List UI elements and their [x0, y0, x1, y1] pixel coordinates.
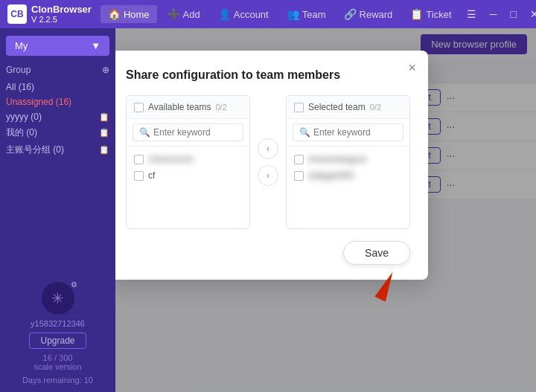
my-dropdown[interactable]: My ▼	[6, 36, 109, 56]
nav-ticket[interactable]: 📋 Ticket	[403, 5, 459, 23]
nav-account[interactable]: 👤 Account	[211, 5, 276, 23]
nav-team[interactable]: 👥 Team	[279, 5, 334, 23]
group-section: Group ⊕ All (16) Unassigned (16) yyyyy (…	[6, 65, 109, 158]
account-icon: 👤	[218, 8, 231, 20]
transfer-arrows: ‹ ›	[250, 138, 286, 186]
available-count: 0/2	[216, 103, 227, 112]
available-list: 14xxxxxxxx cf	[127, 147, 249, 228]
group-all[interactable]: All (16)	[6, 80, 109, 94]
my-label: My	[15, 40, 28, 51]
brand-name: ClonBrowser	[31, 4, 92, 16]
nav-add-label: Add	[183, 9, 200, 20]
modal-overlay: Share configuration to team members × Av…	[115, 28, 536, 392]
scale-info: 16 / 300 scale version	[34, 353, 81, 371]
home-icon: 🏠	[108, 8, 121, 20]
search-icon: 🔍	[139, 127, 150, 138]
chevron-down-icon: ▼	[91, 40, 100, 51]
group-main[interactable]: 主账号分组 (0) 📋	[6, 141, 109, 158]
navbar: CB ClonBrowser V 2.2.5 🏠 Home ➕ Add 👤 Ac…	[0, 0, 536, 28]
save-button[interactable]: Save	[343, 241, 410, 265]
modal-close-button[interactable]: ×	[408, 61, 416, 74]
main-layout: My ▼ Group ⊕ All (16) Unassigned (16) yy…	[0, 28, 536, 392]
team-icon: 👥	[287, 8, 299, 20]
item-label: zhuoxxlangxxx	[308, 154, 367, 164]
minimize-button[interactable]: ─	[485, 7, 502, 22]
maximize-button[interactable]: □	[505, 7, 520, 22]
item-checkbox[interactable]	[134, 155, 144, 164]
content-area: New browser profile Normal Team Option p…	[115, 28, 536, 392]
transfer-layout: Available teams 0/2 🔍	[126, 95, 410, 229]
selected-list: zhuoxxlangxxx azbpgiv053	[287, 147, 409, 228]
brand-version: V 2.2.5	[31, 15, 92, 25]
brand: CB ClonBrowser V 2.2.5	[7, 4, 92, 25]
item-label: cf	[148, 170, 155, 181]
item-checkbox[interactable]	[294, 171, 304, 181]
nav-add[interactable]: ➕ Add	[160, 5, 208, 23]
group-yyyyy[interactable]: yyyyy (0) 📋	[6, 109, 109, 124]
close-button[interactable]: ✕	[526, 7, 536, 22]
list-item[interactable]: cf	[127, 167, 249, 184]
item-label: azbpgiv053	[308, 170, 354, 181]
move-left-button[interactable]: ‹	[258, 138, 278, 159]
item-checkbox[interactable]	[134, 171, 144, 181]
sidebar-bottom: ✳ ⚙ y15832712346 Upgrade 16 / 300 scale …	[6, 282, 109, 385]
nav-ticket-label: Ticket	[426, 9, 451, 20]
select-all-available[interactable]	[134, 103, 144, 112]
nav-team-label: Team	[302, 9, 326, 20]
brand-icon: CB	[7, 4, 27, 24]
nav-reward[interactable]: 🔗 Reward	[336, 5, 401, 23]
list-item[interactable]: azbpgiv053	[287, 167, 409, 184]
sidebar: My ▼ Group ⊕ All (16) Unassigned (16) yy…	[0, 28, 115, 392]
group-add-icon[interactable]: ⊕	[102, 65, 109, 75]
days-remaining: Days remaining: 10	[22, 376, 93, 385]
selected-panel: Selected team 0/2 🔍 zh	[286, 95, 410, 229]
modal-title: Share configuration to team members	[126, 68, 410, 82]
gear-icon[interactable]: ⚙	[71, 280, 77, 289]
selected-title: Selected team	[308, 102, 366, 112]
available-title: Available teams	[148, 102, 211, 112]
move-right-button[interactable]: ›	[258, 165, 278, 186]
group-unassigned[interactable]: Unassigned (16)	[6, 94, 109, 109]
user-id: y15832712346	[31, 319, 85, 328]
arrow-annotation	[366, 271, 392, 301]
item-checkbox[interactable]	[294, 155, 304, 164]
group-mine[interactable]: 我的 (0) 📋	[6, 124, 109, 141]
nav-account-label: Account	[234, 9, 269, 20]
group-label: Group	[6, 65, 31, 75]
modal-footer: Save	[126, 241, 410, 265]
nav-home[interactable]: 🏠 Home	[100, 5, 157, 23]
list-item[interactable]: zhuoxxlangxxx	[287, 151, 409, 167]
window-controls: ☰ ─ □ ✕	[462, 7, 536, 22]
available-panel: Available teams 0/2 🔍	[126, 95, 250, 229]
pointer-arrow	[374, 269, 398, 301]
available-search-input[interactable]	[153, 127, 237, 138]
upgrade-button[interactable]: Upgrade	[29, 332, 86, 349]
ticket-icon: 📋	[410, 8, 423, 20]
list-item[interactable]: 14xxxxxxxx	[127, 151, 249, 167]
reward-icon: 🔗	[344, 8, 357, 20]
add-icon: ➕	[168, 8, 180, 20]
selected-search-input[interactable]	[313, 127, 397, 138]
folder-icon: 📋	[99, 112, 109, 122]
share-modal: Share configuration to team members × Av…	[115, 51, 428, 280]
selected-count: 0/2	[370, 103, 381, 112]
nav-reward-label: Reward	[360, 9, 393, 20]
avatar: ✳ ⚙	[42, 282, 74, 315]
folder-icon-2: 📋	[99, 128, 109, 138]
folder-icon-3: 📋	[99, 145, 109, 155]
menu-button[interactable]: ☰	[462, 7, 481, 22]
nav-home-label: Home	[124, 9, 150, 20]
item-label: 14xxxxxxxx	[148, 154, 194, 164]
select-all-selected[interactable]	[294, 103, 304, 112]
search-icon-2: 🔍	[299, 127, 310, 138]
